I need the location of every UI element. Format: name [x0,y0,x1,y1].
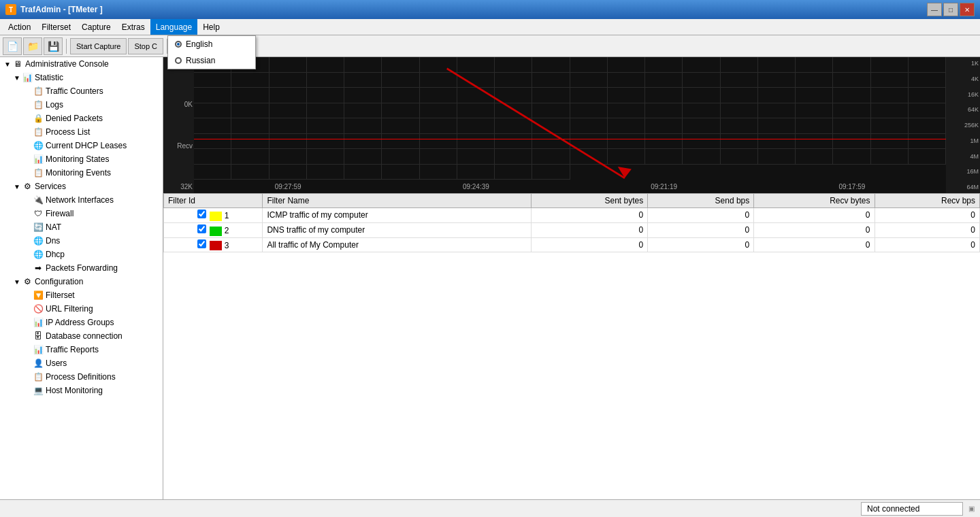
th-send-bps[interactable]: Send bps [648,194,754,208]
grid-cell [457,149,495,165]
new-button[interactable]: 📄 [3,37,22,55]
start-capture-button[interactable]: Start Capture [70,38,127,54]
menu-action[interactable]: Action [3,19,36,35]
row-checkbox-cell[interactable]: 3 [164,237,263,252]
sidebar-item-nat[interactable]: 🔄 NAT [0,220,163,234]
row-recv-bps: 0 [875,208,979,223]
table-row[interactable]: 2 DNS traffic of my computer 0 0 0 0 [164,222,980,237]
sidebar-item-firewall[interactable]: 🛡 Firewall [0,207,163,220]
grid-cell [532,165,570,180]
row-checkbox[interactable] [197,239,206,248]
grid-cell [532,103,570,119]
denied-label: Denied Packets [46,114,103,123]
admin-console-root[interactable]: ▼ 🖥 Administrative Console [0,57,163,71]
menu-filterset[interactable]: Filterset [36,19,76,35]
grid-cell [420,165,457,180]
th-sent-bytes[interactable]: Sent bytes [532,194,648,208]
sidebar-item-logs[interactable]: 📋 Logs [0,98,163,112]
language-russian[interactable]: Russian [168,52,255,69]
save-button[interactable]: 💾 [44,37,63,55]
plist-icon: 📋 [33,127,44,137]
sidebar-item-ip-address-groups[interactable]: 📊 IP Address Groups [0,316,163,329]
th-filter-id[interactable]: Filter Id [164,194,263,208]
row-checkbox-cell[interactable]: 1 [164,208,263,223]
th-filter-name[interactable]: Filter Name [263,194,532,208]
graph-area: Sent 0K Recv 32K [163,57,980,193]
menu-capture[interactable]: Capture [76,19,116,35]
grid-cell [683,134,720,150]
content-area: Sent 0K Recv 32K [163,57,980,499]
grid-cell [833,118,870,134]
grid-cell [608,118,645,134]
sidebar-item-users[interactable]: 👤 Users [0,356,163,370]
menu-extras[interactable]: Extras [116,19,150,35]
grid-cell [231,165,269,180]
table-row[interactable]: 3 All traffic of My Computer 0 0 0 0 [164,237,980,252]
configuration-node[interactable]: ▼ ⚙ Configuration [0,275,163,288]
grid-cell [570,103,608,119]
grid-cell [270,134,307,150]
maximize-button[interactable]: □ [943,3,958,16]
db-icon: 🗄 [33,331,44,341]
grid-cell [570,73,608,88]
dns-label: Dns [46,236,60,246]
open-button[interactable]: 📁 [23,37,42,55]
statistic-expand[interactable]: ▼ [12,73,22,82]
statistic-node[interactable]: ▼ 📊 Statistic [0,71,163,84]
sidebar-item-packets-forwarding[interactable]: ➡ Packets Forwarding [0,261,163,275]
row-recv-bps: 0 [875,237,979,252]
sidebar-item-monitoring-events[interactable]: 📋 Monitoring Events [0,166,163,180]
dhcp2-label: Dhcp [46,250,65,259]
services-node[interactable]: ▼ ⚙ Services [0,180,163,193]
sidebar-item-denied-packets[interactable]: 🔒 Denied Packets [0,112,163,125]
fs-label: Filterset [46,290,75,300]
menu-language[interactable]: Language [150,19,197,35]
stop-capture-button[interactable]: Stop C [128,38,163,54]
toolbar-sep1 [66,39,67,54]
sidebar-item-dhcp-leases[interactable]: 🌐 Current DHCP Leases [0,139,163,152]
time-4: 09:17:59 [838,183,865,190]
row-recv-bytes: 0 [754,237,875,252]
sidebar-item-monitoring-states[interactable]: 📊 Monitoring States [0,152,163,166]
th-recv-bps[interactable]: Recv bps [875,194,979,208]
nat-label: NAT [46,222,61,232]
th-recv-bytes[interactable]: Recv bytes [754,194,875,208]
grid-cell [307,73,344,88]
grid-cell [382,134,419,150]
row-checkbox[interactable] [197,210,206,218]
menu-help[interactable]: Help [197,19,225,35]
sidebar-item-traffic-counters[interactable]: 📋 Traffic Counters [0,84,163,98]
grid-cell [194,165,231,180]
sidebar-item-database-connection[interactable]: 🗄 Database connection [0,329,163,343]
sidebar-item-host-monitoring[interactable]: 💻 Host Monitoring [0,384,163,397]
plist-label: Process List [46,127,90,137]
grid-cell [645,134,683,150]
row-checkbox[interactable] [197,224,206,233]
grid-cell [532,73,570,88]
sidebar-item-dns[interactable]: 🌐 Dns [0,234,163,248]
grid-cell [495,149,532,165]
sidebar-item-filterset[interactable]: 🔽 Filterset [0,288,163,302]
grid-cell [344,149,382,165]
grid-cell [570,57,608,73]
minimize-button[interactable]: — [927,3,942,16]
title-bar-controls[interactable]: — □ ✕ [927,3,975,16]
language-english[interactable]: English [168,36,255,52]
uf-icon: 🚫 [33,303,44,314]
grid-cell [382,57,419,73]
grid-cell [645,149,683,165]
sidebar-item-url-filtering[interactable]: 🚫 URL Filtering [0,302,163,316]
table-row[interactable]: 1 ICMP traffic of my computer 0 0 0 0 [164,208,980,223]
sidebar-item-network-interfaces[interactable]: 🔌 Network Interfaces [0,193,163,207]
graph-right-labels: 1K 4K 16K 64K 256K 1M 4M 16M 64M [946,57,980,193]
sidebar-item-process-definitions[interactable]: 📋 Process Definitions [0,370,163,384]
row-checkbox-cell[interactable]: 2 [164,222,263,237]
grid-cell [495,103,532,119]
sidebar-item-dhcp[interactable]: 🌐 Dhcp [0,248,163,261]
close-button[interactable]: ✕ [960,3,975,16]
sidebar-item-traffic-reports[interactable]: 📊 Traffic Reports [0,343,163,356]
grid-cell [457,73,495,88]
dns-icon: 🌐 [33,235,44,246]
sidebar-item-process-list[interactable]: 📋 Process List [0,125,163,139]
expand-icon[interactable]: ▼ [3,59,12,69]
